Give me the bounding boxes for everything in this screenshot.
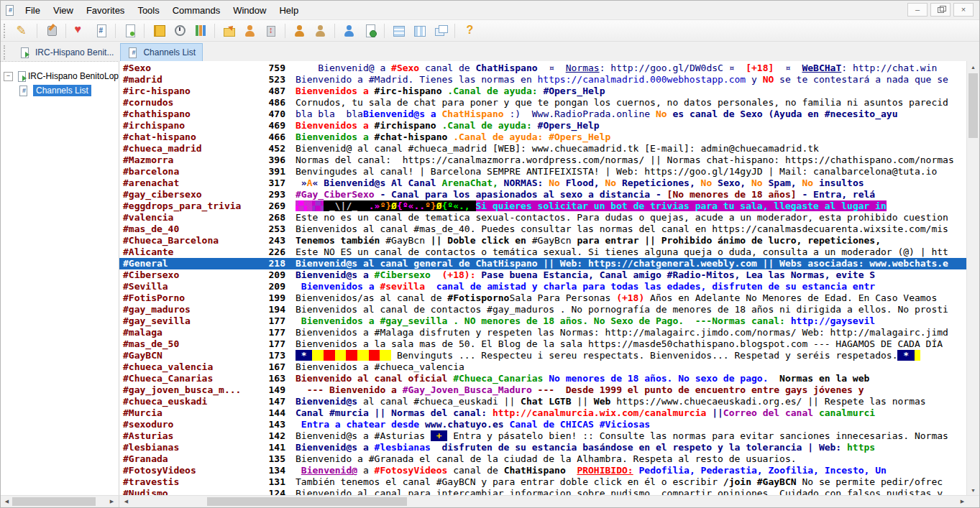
server-switch-button[interactable] — [261, 22, 280, 40]
channel-topic: Bienvenid@s al canal #chueca_euskadi || … — [296, 396, 967, 407]
scripts-button[interactable] — [191, 22, 210, 40]
vertical-scroll-thumb[interactable] — [968, 73, 978, 138]
channel-row[interactable]: #Cibersexo209Bienvenid@s a #Cibersexo (+… — [119, 269, 967, 281]
channel-name: #FotosyVideos — [119, 465, 260, 476]
channel-row[interactable]: #chat-hispano466Bienvenidos a #chat-hisp… — [119, 131, 967, 143]
menu-help[interactable]: Help — [273, 2, 305, 19]
channel-row[interactable]: #gay_sevilla177 Bienvenidos a #gay_sevil… — [119, 315, 967, 327]
website-button[interactable] — [360, 22, 380, 40]
channels-list-button[interactable] — [91, 22, 111, 40]
user-folder-icon — [292, 23, 308, 39]
server-window-icon — [17, 70, 24, 82]
channel-row[interactable]: #valencia268Este no es un canal de temat… — [119, 212, 967, 223]
tree-scroll-thumb[interactable] — [12, 497, 96, 506]
channel-row[interactable]: #Alicante226Este NO ES un canal de conta… — [119, 246, 967, 258]
menubar-items: FileViewFavoritesToolsCommandsWindowHelp — [19, 2, 305, 19]
channel-row[interactable]: #chueca_valencia167Bienvenidos a #chueca… — [119, 361, 967, 373]
channel-row[interactable]: #mas_de_50177Bienvenidos a la sala mas d… — [119, 338, 967, 350]
channel-row[interactable]: #arenachat317 »A« Bienvenid@s Al Canal A… — [119, 177, 967, 189]
channel-row[interactable]: #Sexo759 Bienvenid@ a #Sexo canal de Cha… — [119, 63, 967, 74]
toolbar-grip[interactable] — [4, 24, 9, 38]
tabbar-grip[interactable] — [4, 45, 9, 60]
options-button[interactable] — [42, 22, 61, 40]
close-button[interactable]: × — [953, 3, 974, 17]
channel-row[interactable]: #irchispano469Bienvenidos a #irchispano … — [119, 120, 967, 131]
channel-row[interactable]: #General218Bienvenid@s al canal general … — [119, 258, 967, 269]
channel-name: #sexoduro — [119, 419, 260, 430]
vertical-scrollbar[interactable]: ▲ ▼ — [966, 61, 979, 496]
channel-row[interactable]: #Asturias142Bienvenid@s a #Asturias + En… — [119, 430, 967, 442]
toolbar-separator — [65, 24, 66, 38]
toolbar-separator — [144, 24, 145, 38]
channel-topic: Bienvenidos a #chat-hispano .Canal de ay… — [296, 131, 967, 143]
menu-commands[interactable]: Commands — [166, 2, 226, 19]
tree-item-channels-list[interactable]: Channels List — [18, 83, 119, 98]
channel-row[interactable]: #madrid523Bienvenido a #Madrid. Tienes l… — [119, 74, 967, 86]
list-scroll-right-arrow[interactable]: ▶ — [956, 496, 968, 507]
channel-row[interactable]: #malaga177Bienvenidos a #Malaga disfrute… — [119, 327, 967, 338]
tab-channels-list[interactable]: Channels List — [120, 43, 203, 62]
tree-scroll-right-arrow[interactable]: ▶ — [106, 496, 118, 507]
channel-row[interactable]: #Granada135Bienvenido a #Granada el cana… — [119, 453, 967, 465]
channel-topic: Cornudos, tu sala de chat para poner y q… — [296, 97, 967, 108]
channel-row[interactable]: #gay_joven_busca_m...149 --- Bienvenido … — [119, 384, 967, 396]
logs-button[interactable] — [120, 22, 139, 40]
channel-row[interactable]: #Sevilla209 Bienvenidos a #sevilla canal… — [119, 281, 967, 292]
channel-row[interactable]: #gay_maduros194Bienvenidos al canal de c… — [119, 304, 967, 315]
channels-list-icon — [127, 47, 139, 58]
menu-tools[interactable]: Tools — [131, 2, 165, 19]
channel-row[interactable]: #Mazmorra396Normas del canal: https://ca… — [119, 154, 967, 166]
channel-row[interactable]: #Chueca_Barcelona243Tenemos también #Gay… — [119, 235, 967, 246]
channel-row[interactable]: #lesbianas141Bienvenid@s a #lesbianas di… — [119, 442, 967, 453]
channel-name: #eggdrops_para_trivia — [119, 200, 260, 212]
channel-row[interactable]: #eggdrops_para_trivia269▚▞▓▞▚ _\|/_ .»º}… — [119, 200, 967, 212]
menu-window[interactable]: Window — [226, 2, 273, 19]
menu-view[interactable]: View — [47, 2, 80, 19]
list-scroll-thumb[interactable] — [207, 497, 407, 506]
channel-topic: Bienvenid@ al canal #chueca_madrid [WEB]… — [296, 143, 967, 154]
channel-topic: Canal #murcia || Normas del canal: http:… — [296, 407, 967, 419]
channel-row[interactable]: #cornudos486Cornudos, tu sala de chat pa… — [119, 97, 967, 108]
channel-row[interactable]: #chathispano470bla bla blaBienvenid@s a … — [119, 108, 967, 120]
user-folder-button[interactable] — [290, 22, 309, 40]
channel-row[interactable]: #Murcia144Canal #murcia || Normas del ca… — [119, 407, 967, 419]
layout-horizontal-button[interactable] — [389, 22, 408, 40]
channel-row[interactable]: #chueca_euskadi147Bienvenid@s al canal #… — [119, 396, 967, 407]
channel-row[interactable]: #FotisPorno199Bienvenidos/as al canal de… — [119, 292, 967, 304]
restore-button[interactable] — [930, 3, 951, 17]
open-folder-button[interactable] — [219, 22, 239, 40]
address-book-button[interactable] — [149, 22, 168, 40]
scheduler-button[interactable] — [170, 22, 189, 40]
user-search-button[interactable] — [311, 22, 330, 40]
channel-row[interactable]: #FotosyVideos134 Bienvenid@ a #FotosyVid… — [119, 465, 967, 476]
help-button[interactable] — [459, 22, 479, 40]
tree-item-server[interactable]: IRC-Hispano BenitoLop — [1, 69, 119, 83]
channel-row[interactable]: #travestis131También tenemos el canal #G… — [119, 476, 967, 488]
cascade-windows-button[interactable] — [431, 22, 450, 40]
channel-row[interactable]: #gay_cibersexo293#Gay_CiberSexo - Canal … — [119, 189, 967, 200]
channel-row[interactable]: #sexoduro143 Entra a chatear desde www.c… — [119, 419, 967, 430]
channel-row[interactable]: #GayBCN173 * Benvinguts ... Respecteu i … — [119, 350, 967, 361]
tree-scroll-left-arrow[interactable]: ◀ — [1, 496, 13, 507]
favorites-button[interactable] — [70, 22, 90, 40]
tab-server-status[interactable]: IRC-Hispano Benit... — [13, 44, 120, 61]
collapse-icon[interactable] — [4, 72, 13, 81]
scroll-up-arrow[interactable]: ▲ — [967, 61, 979, 73]
list-scroll-left-arrow[interactable]: ◀ — [120, 496, 132, 507]
minimize-button[interactable]: – — [907, 3, 928, 17]
scroll-down-arrow[interactable]: ▼ — [967, 484, 979, 496]
connect-button[interactable] — [13, 22, 32, 40]
channel-row[interactable]: #mas_de_40253Bienvenidos al canal #mas_d… — [119, 223, 967, 235]
channel-topic: Bienvenid@s a #Cibersexo (+18): Pase bue… — [296, 269, 967, 281]
layout-vertical-button[interactable] — [410, 22, 429, 40]
channel-row[interactable]: #Chueca_Canarias163Bienvenido al canal o… — [119, 373, 967, 384]
user-info-button[interactable] — [339, 22, 359, 40]
user-voice-button[interactable] — [240, 22, 260, 40]
menu-file[interactable]: File — [19, 2, 47, 19]
channel-row[interactable]: #irc-hispano487Bienvenidos a #irc-hispan… — [119, 86, 967, 97]
channel-row[interactable]: #chueca_madrid452Bienvenid@ al canal #ch… — [119, 143, 967, 154]
user-count: 226 — [260, 246, 285, 258]
channel-row[interactable]: #barcelona391Benvingudes al canal! | Bar… — [119, 166, 967, 177]
user-count: 177 — [260, 327, 285, 338]
menu-favorites[interactable]: Favorites — [80, 2, 131, 19]
